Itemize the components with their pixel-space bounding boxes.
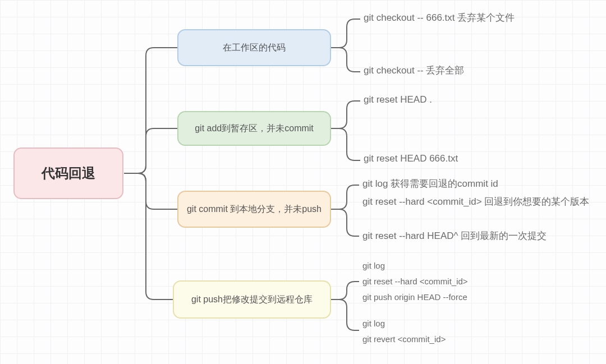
leaf-pushed-4: git revert <commit_id> (362, 334, 446, 344)
leaf-committed-2: git reset --hard HEAD^ 回到最新的一次提交 (362, 229, 547, 242)
branch-committed: git commit 到本地分支，并未push (177, 191, 331, 228)
leaf-pushed-0: git log (362, 261, 385, 270)
branch-staged: git add到暂存区，并未commit (177, 111, 331, 146)
root-title: 代码回退 (42, 164, 95, 182)
leaf-workdir-1: git checkout -- 丢弃全部 (364, 64, 465, 77)
branch-workdir-label: 在工作区的代码 (223, 42, 286, 54)
branch-staged-label: git add到暂存区，并未commit (195, 123, 314, 135)
leaf-workdir-0: git checkout -- 666.txt 丢弃某个文件 (364, 11, 515, 24)
leaf-pushed-3: git log (362, 319, 385, 328)
root-node: 代码回退 (13, 148, 123, 199)
leaf-staged-0: git reset HEAD . (364, 94, 432, 105)
leaf-staged-1: git reset HEAD 666.txt (364, 153, 458, 164)
branch-pushed: git push把修改提交到远程仓库 (173, 280, 331, 319)
branch-pushed-label: git push把修改提交到远程仓库 (191, 294, 313, 306)
leaf-committed-0: git log 获得需要回退的commit id (362, 177, 498, 190)
leaf-pushed-1: git reset --hard <commit_id> (362, 277, 468, 286)
leaf-pushed-2: git push origin HEAD --force (362, 292, 467, 302)
branch-workdir: 在工作区的代码 (177, 29, 331, 66)
leaf-committed-1: git reset --hard <commit_id> 回退到你想要的某个版本 (362, 195, 589, 208)
branch-committed-label: git commit 到本地分支，并未push (187, 204, 322, 215)
